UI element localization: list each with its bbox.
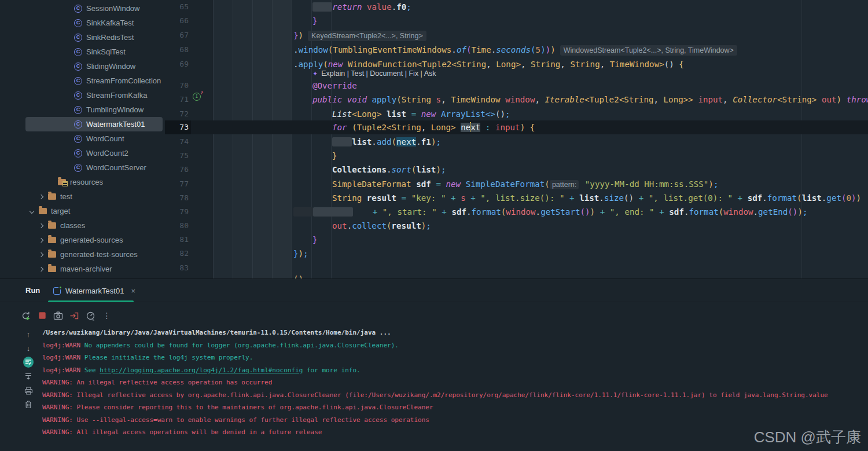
code-token xyxy=(643,193,649,203)
code-token: ) xyxy=(851,193,856,203)
code-line-clipped[interactable]: ..() xyxy=(284,272,303,278)
camera-icon[interactable] xyxy=(53,311,63,321)
code-line-81[interactable]: } xyxy=(312,233,318,247)
tree-item-maven-archiver[interactable]: maven-archiver xyxy=(0,262,165,276)
code-line-77[interactable]: SimpleDateFormat sdf = new SimpleDateFor… xyxy=(332,177,718,191)
scroll-to-end-icon[interactable] xyxy=(23,371,34,382)
code-token: SimpleDateFormat xyxy=(332,179,411,189)
code-line-73[interactable]: for (Tuple2<String, Long> next : input) … xyxy=(332,120,535,134)
profiler-icon[interactable] xyxy=(86,311,95,321)
code-line-79[interactable]: + ", start: " + sdf.format(window.getSta… xyxy=(293,205,808,219)
attach-icon[interactable] xyxy=(69,311,79,321)
code-token xyxy=(565,193,570,203)
code-token: < xyxy=(387,123,392,132)
code-line-76[interactable]: Collections.sort(list); xyxy=(332,163,446,177)
tree-item-StreamFromCollection[interactable]: CStreamFromCollection xyxy=(0,74,165,88)
run-test-gutter-icon[interactable]: I xyxy=(193,93,201,101)
tree-item-target[interactable]: target xyxy=(0,204,165,218)
arrow-up-icon[interactable]: ↑ xyxy=(23,329,34,339)
code-token: window xyxy=(506,207,535,217)
chevron-right-icon[interactable] xyxy=(39,252,43,256)
soft-wrap-icon[interactable] xyxy=(23,357,34,367)
stop-icon[interactable] xyxy=(37,311,47,321)
tree-item-classes[interactable]: classes xyxy=(0,218,165,233)
tree-item-SinkSqlTest[interactable]: CSinkSqlTest xyxy=(0,45,165,59)
tree-item-SessionWindow[interactable]: CSessionWindow xyxy=(0,1,165,16)
tree-item-generated-sources[interactable]: generated-sources xyxy=(0,233,165,247)
code-line-66[interactable]: } xyxy=(312,14,318,28)
ai-assistant-actions[interactable]: ✦Explain | Test | Document | Fix | Ask xyxy=(312,68,436,79)
code-token: String xyxy=(782,95,812,104)
code-token: s xyxy=(436,95,442,104)
more-options-icon[interactable]: ⋮ xyxy=(102,311,112,321)
console-output[interactable]: /Users/wuzikang/Library/Java/JavaVirtual… xyxy=(42,327,868,451)
code-token xyxy=(466,193,471,203)
tree-item-test[interactable]: test xyxy=(0,189,165,204)
code-token: f1 xyxy=(421,137,431,146)
code-editor[interactable]: 65666768697071727374757677787980818283 I… xyxy=(165,0,868,278)
code-line-67[interactable]: })KeyedStream<Tuple2<...>, String> xyxy=(293,28,426,42)
chevron-right-icon[interactable] xyxy=(39,223,43,228)
run-panel-header: Run WatermarkTest01 × xyxy=(0,279,868,302)
line-number: 66 xyxy=(165,14,189,28)
chevron-down-icon[interactable] xyxy=(30,208,34,213)
code-text-area[interactable]: return value.f0;}})KeyedStream<Tuple2<..… xyxy=(165,0,868,278)
ai-actions-label[interactable]: Explain | Test | Document | Fix | Ask xyxy=(321,69,436,78)
code-token xyxy=(406,109,411,119)
run-tab-watermarktest01[interactable]: WatermarkTest01 × xyxy=(48,279,144,302)
tree-item-label: generated-sources xyxy=(60,236,123,244)
code-line-68[interactable]: .window(TumblingEventTimeWindows.of(Time… xyxy=(293,43,737,57)
tree-item-generated-test-sources[interactable]: generated-test-sources xyxy=(0,247,165,262)
code-token: = xyxy=(436,179,441,189)
code-token: TimeWindow xyxy=(451,95,500,104)
code-line-80[interactable]: out.collect(result); xyxy=(332,219,431,233)
ai-assistant-icon: ✦ xyxy=(312,70,318,77)
arrow-down-icon[interactable]: ↓ xyxy=(23,343,34,353)
clear-console-icon[interactable] xyxy=(23,399,34,409)
code-token: String xyxy=(457,60,486,69)
code-token: ArrayList<> xyxy=(441,109,495,119)
tree-item-label: SlidingWindow xyxy=(86,62,135,71)
code-token: .. xyxy=(284,274,293,278)
tree-item-WordCountServer[interactable]: CWordCountServer xyxy=(0,160,165,175)
code-line-65[interactable]: return value.f0; xyxy=(312,0,411,14)
tree-item-WatermarkTest01[interactable]: CWatermarkTest01 xyxy=(0,117,165,131)
resources-folder-icon xyxy=(58,179,66,185)
chevron-right-icon[interactable] xyxy=(39,194,43,199)
code-token: . xyxy=(753,207,759,217)
line-number-gutter[interactable]: 65666768697071727374757677787980818283 xyxy=(165,0,189,278)
console-text: No appenders could be found for logger (… xyxy=(84,342,399,349)
code-token: getEnd xyxy=(758,207,788,217)
code-line-70[interactable]: @Override xyxy=(312,79,357,93)
code-token: sdf xyxy=(451,207,466,217)
close-tab-icon[interactable]: × xyxy=(131,287,135,295)
code-token: . xyxy=(387,165,392,174)
tree-item-WordCount[interactable]: CWordCount xyxy=(0,131,165,146)
code-line-72[interactable]: List<Long> list = new ArrayList<>(); xyxy=(332,107,510,121)
code-token: > xyxy=(516,60,521,69)
code-line-78[interactable]: String result = "key: " + s + ", list.si… xyxy=(332,191,861,205)
print-icon[interactable] xyxy=(23,385,34,395)
code-token: } xyxy=(312,235,318,244)
chevron-right-icon[interactable] xyxy=(39,237,43,242)
code-line-71[interactable]: public void apply(String s, TimeWindow w… xyxy=(312,93,868,107)
code-token: ( xyxy=(719,207,724,217)
code-token: () xyxy=(580,207,590,217)
tree-item-SinkRedisTest[interactable]: CSinkRedisTest xyxy=(0,30,165,45)
code-line-74[interactable]: list.add(next.f1); xyxy=(332,135,441,149)
tree-item-StreamFromKafka[interactable]: CStreamFromKafka xyxy=(0,88,165,102)
code-line-75[interactable]: } xyxy=(332,149,337,163)
tree-item-SlidingWindow[interactable]: CSlidingWindow xyxy=(0,59,165,74)
code-token: , xyxy=(723,95,733,104)
tree-item-TumblingWindow[interactable]: CTumblingWindow xyxy=(0,102,165,117)
tree-item-WordCount2[interactable]: CWordCount2 xyxy=(0,146,165,160)
code-token: window xyxy=(299,45,328,54)
class-icon: C xyxy=(74,77,82,85)
console-link[interactable]: http://logging.apache.org/log4j/1.2/faq.… xyxy=(100,366,303,374)
code-token: () xyxy=(664,60,679,69)
chevron-right-icon[interactable] xyxy=(39,266,43,271)
tree-item-resources[interactable]: resources xyxy=(0,175,165,189)
tree-item-SinkKafkaTest[interactable]: CSinkKafkaTest xyxy=(0,16,165,30)
code-line-82[interactable]: }); xyxy=(293,247,308,261)
rerun-icon[interactable] xyxy=(21,311,31,321)
